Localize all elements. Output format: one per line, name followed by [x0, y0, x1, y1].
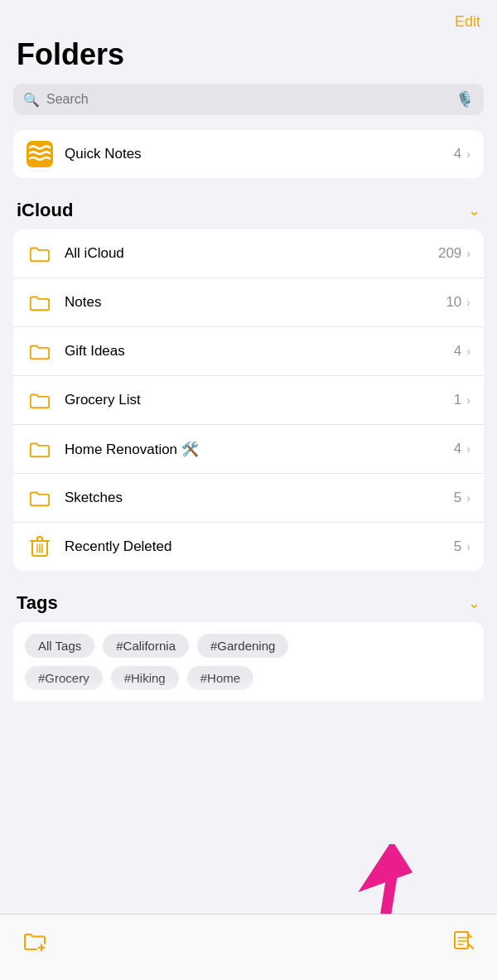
search-input[interactable] — [46, 92, 449, 107]
icloud-label: iCloud — [17, 200, 73, 221]
top-bar: Edit — [0, 0, 497, 37]
tags-card: All Tags #California #Gardening #Grocery… — [13, 622, 484, 702]
chevron-icon: › — [466, 296, 470, 309]
folder-icon — [27, 289, 53, 316]
trash-icon — [27, 533, 53, 560]
icloud-card: All iCloud 209 › Notes 10 › Gift Ideas 4 — [13, 229, 484, 571]
folder-name: Home Renovation 🛠️ — [65, 441, 454, 458]
tags-section-header: Tags ⌄ — [0, 587, 497, 622]
folder-icon — [27, 485, 53, 511]
quick-notes-label: Quick Notes — [65, 146, 454, 162]
page-title: Folders — [0, 37, 497, 84]
quick-notes-card: Quick Notes 4 › — [13, 130, 484, 178]
edit-button[interactable]: Edit — [455, 13, 480, 31]
tag-california[interactable]: #California — [103, 634, 189, 658]
tags-collapse-icon[interactable]: ⌄ — [468, 594, 480, 612]
folder-count: 5 — [454, 490, 461, 506]
folder-icon — [27, 338, 53, 364]
tags-section: Tags ⌄ All Tags #California #Gardening #… — [0, 587, 497, 702]
tag-all[interactable]: All Tags — [25, 634, 94, 658]
tag-grocery[interactable]: #Grocery — [25, 666, 103, 690]
new-note-button[interactable] — [452, 929, 474, 953]
search-icon: 🔍 — [23, 92, 40, 108]
quick-notes-count: 4 — [454, 146, 461, 162]
folder-count: 4 — [454, 441, 461, 457]
list-item[interactable]: Sketches 5 › — [13, 474, 484, 523]
recently-deleted-item[interactable]: Recently Deleted 5 › — [13, 523, 484, 571]
folder-name: Grocery List — [65, 392, 454, 408]
folder-count: 5 — [454, 538, 461, 555]
list-item[interactable]: Notes 10 › — [13, 278, 484, 327]
folder-name: Recently Deleted — [65, 538, 454, 555]
icloud-collapse-icon[interactable]: ⌄ — [468, 201, 480, 220]
icloud-section-header: iCloud ⌄ — [0, 195, 497, 229]
folder-icon — [27, 240, 53, 267]
svg-line-12 — [469, 944, 473, 949]
tag-home[interactable]: #Home — [187, 666, 253, 690]
bottom-bar — [0, 914, 497, 980]
folder-count: 4 — [454, 343, 461, 360]
folder-name: Gift Ideas — [65, 343, 454, 360]
icloud-section: iCloud ⌄ All iCloud 209 › Notes 10 › — [0, 195, 497, 571]
new-note-icon — [452, 929, 474, 951]
quick-notes-section: Quick Notes 4 › — [0, 130, 497, 178]
new-folder-icon — [23, 932, 46, 952]
chevron-icon: › — [466, 442, 470, 456]
list-item[interactable]: All iCloud 209 › — [13, 229, 484, 278]
quick-notes-item[interactable]: Quick Notes 4 › — [13, 130, 484, 178]
list-item[interactable]: Home Renovation 🛠️ 4 › — [13, 425, 484, 474]
folder-count: 1 — [454, 392, 461, 408]
folder-name: Notes — [65, 294, 446, 311]
folder-icon — [27, 436, 53, 462]
microphone-icon[interactable]: 🎙️ — [456, 90, 474, 109]
chevron-icon: › — [466, 345, 470, 358]
quick-notes-chevron: › — [466, 147, 470, 161]
tags-row-2: #Grocery #Hiking #Home — [25, 666, 472, 690]
folder-icon — [27, 387, 53, 413]
folder-count: 10 — [446, 294, 461, 311]
folder-name: All iCloud — [65, 245, 438, 262]
list-item[interactable]: Gift Ideas 4 › — [13, 327, 484, 376]
tags-label: Tags — [17, 592, 58, 614]
chevron-icon: › — [466, 540, 470, 553]
folder-count: 209 — [438, 245, 461, 262]
folder-name: Sketches — [65, 490, 454, 506]
tags-row: All Tags #California #Gardening — [25, 634, 472, 658]
chevron-icon: › — [466, 247, 470, 260]
svg-rect-8 — [455, 932, 468, 949]
search-bar[interactable]: 🔍 🎙️ — [13, 84, 484, 115]
tag-hiking[interactable]: #Hiking — [111, 666, 179, 690]
tag-gardening[interactable]: #Gardening — [197, 634, 288, 658]
list-item[interactable]: Grocery List 1 › — [13, 376, 484, 425]
chevron-icon: › — [466, 491, 470, 504]
new-folder-button[interactable] — [23, 932, 46, 952]
quick-notes-icon — [27, 141, 53, 167]
chevron-icon: › — [466, 393, 470, 407]
